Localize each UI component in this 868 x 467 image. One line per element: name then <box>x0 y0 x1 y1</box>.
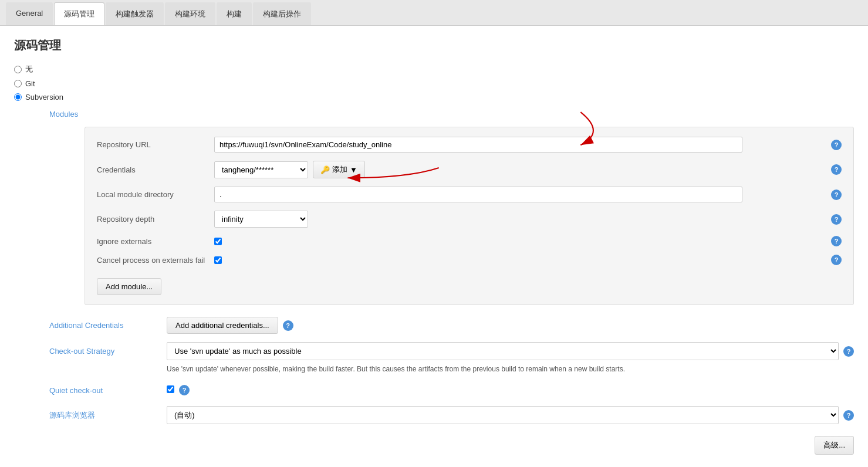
source-browser-select[interactable]: (自动)AssemblaCollabNetSVNFishEyeSVNSVNWeb… <box>167 406 839 424</box>
tab-source[interactable]: 源码管理 <box>54 2 104 25</box>
credentials-select[interactable]: tangheng/****** <box>214 161 308 178</box>
credentials-help[interactable]: ? <box>831 164 842 175</box>
credentials-row: Credentials tangheng/****** 🔑 添加 ▼ ? <box>97 161 842 178</box>
tab-post[interactable]: 构建后操作 <box>253 2 311 25</box>
cancel-process-row: Cancel process on externals fail ? <box>97 255 842 265</box>
advanced-button[interactable]: 高级... <box>815 436 854 455</box>
scm-option-none[interactable]: 无 <box>14 64 854 75</box>
add-module-button[interactable]: Add module... <box>97 278 161 295</box>
tab-bar: General 源码管理 构建触发器 构建环境 构建 构建后操作 <box>0 0 868 26</box>
scm-option-git[interactable]: Git <box>14 79 854 88</box>
scm-option-subversion[interactable]: Subversion <box>14 93 854 101</box>
radio-none[interactable] <box>14 66 22 73</box>
scm-none-label: 无 <box>25 64 33 75</box>
repo-depth-select[interactable]: infinityemptyfilesimmediates <box>214 211 308 228</box>
ignore-externals-checkbox[interactable] <box>214 238 222 245</box>
cancel-process-label: Cancel process on externals fail <box>97 256 214 265</box>
local-dir-input[interactable] <box>214 187 742 202</box>
page-content: 源码管理 无 Git Subversion Modules Repository… <box>0 26 868 467</box>
footer: 高级... <box>14 436 854 455</box>
scm-git-label: Git <box>25 79 35 88</box>
checkout-desc-highlight: artifacts from the previous build to rem… <box>418 365 625 373</box>
tab-build[interactable]: 构建 <box>217 2 252 25</box>
credentials-label: Credentials <box>97 165 214 174</box>
ignore-externals-help[interactable]: ? <box>831 236 842 246</box>
checkout-strategy-select[interactable]: Use 'svn update' as much as possibleAlwa… <box>167 342 839 360</box>
cancel-process-help[interactable]: ? <box>831 255 842 265</box>
add-label: 添加 <box>332 164 347 175</box>
additional-credentials-label: Additional Credentials <box>49 321 167 330</box>
checkout-strategy-label: Check-out Strategy <box>49 347 167 356</box>
repo-depth-help[interactable]: ? <box>831 214 842 225</box>
local-dir-label: Local module directory <box>97 190 214 199</box>
cancel-process-checkbox[interactable] <box>214 256 222 264</box>
repo-url-help[interactable]: ? <box>831 140 842 150</box>
modules-label: Modules <box>49 110 78 119</box>
checkout-strategy-help[interactable]: ? <box>843 346 854 357</box>
tab-env[interactable]: 构建环境 <box>165 2 215 25</box>
scm-svn-label: Subversion <box>25 93 63 101</box>
local-dir-row: Local module directory ? <box>97 187 842 202</box>
add-dropdown-icon: ▼ <box>350 165 357 174</box>
local-dir-help[interactable]: ? <box>831 189 842 200</box>
repo-url-input[interactable] <box>214 137 742 153</box>
ignore-externals-label: Ignore externals <box>97 237 214 246</box>
radio-svn[interactable] <box>14 93 22 101</box>
checkout-desc: Use 'svn update' whenever possible, maki… <box>167 364 854 374</box>
add-credentials-button[interactable]: 🔑 添加 ▼ <box>313 161 365 178</box>
repo-depth-label: Repository depth <box>97 215 214 224</box>
quiet-checkout-label: Quiet check-out <box>49 386 167 395</box>
key-icon: 🔑 <box>320 165 330 174</box>
repo-url-label: Repository URL <box>97 140 214 149</box>
quiet-checkout-help[interactable]: ? <box>179 385 190 395</box>
additional-credentials-help[interactable]: ? <box>283 320 293 331</box>
ignore-externals-row: Ignore externals ? <box>97 236 842 246</box>
quiet-checkout-checkbox[interactable] <box>167 385 174 393</box>
tab-triggers[interactable]: 构建触发器 <box>106 2 164 25</box>
source-browser-help[interactable]: ? <box>843 410 854 421</box>
source-browser-label: 源码库浏览器 <box>49 410 167 421</box>
tab-general[interactable]: General <box>6 2 53 25</box>
page-title: 源码管理 <box>14 38 854 53</box>
radio-git[interactable] <box>14 80 22 87</box>
repo-depth-row: Repository depth infinityemptyfilesimmed… <box>97 211 842 228</box>
repo-url-row: Repository URL ? <box>97 137 842 153</box>
add-additional-credentials-button[interactable]: Add additional credentials... <box>167 317 278 334</box>
